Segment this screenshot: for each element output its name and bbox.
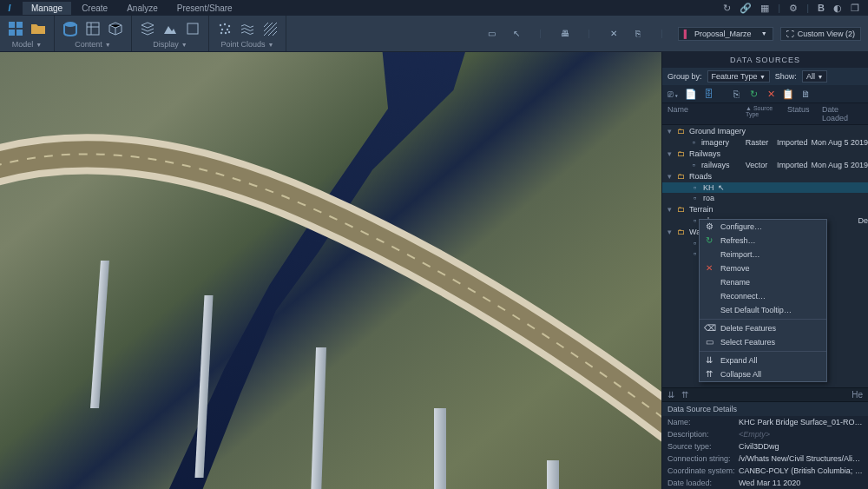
tree-group-ground[interactable]: ▾🗀Ground Imagery [662, 125, 868, 137]
titlebar-actions: ↻ 🔗 ▦ | ⚙ | B ◐ ❐ [723, 3, 865, 14]
ctx-collapse-all[interactable]: ⇈Collapse All [700, 367, 826, 381]
proposal-dropdown[interactable]: ▌ Proposal_Marze ▼ [678, 27, 773, 41]
file-icon[interactable]: 📄 [685, 88, 697, 100]
mountain-icon[interactable] [161, 20, 179, 37]
svg-rect-0 [9, 22, 15, 28]
tab-create[interactable]: Create [73, 2, 116, 15]
col-loaded[interactable]: Date Loaded [822, 105, 863, 122]
panel-title: DATA SOURCES [662, 52, 868, 68]
svg-rect-2 [9, 30, 15, 36]
ribbon-group-display: Display▼ [132, 16, 209, 51]
stack-icon[interactable]: ❐ [851, 3, 859, 14]
db-icon[interactable]: 🗄 [702, 88, 714, 100]
svg-point-9 [228, 25, 230, 27]
chevron-down-icon: ▼ [761, 30, 767, 36]
pylon [434, 408, 446, 489]
chevron-down-icon: ▼ [268, 42, 274, 48]
ctx-refresh[interactable]: ↻Refresh… [700, 234, 826, 248]
col-source[interactable]: Source Type [746, 105, 773, 117]
sync-icon[interactable]: ↻ [723, 3, 731, 14]
custom-view-button[interactable]: ⛶ Custom View (2) [780, 27, 861, 41]
ctx-remove[interactable]: ✕Remove [700, 261, 826, 275]
show-select[interactable]: All ▼ [802, 70, 827, 83]
tree-group-roads[interactable]: ▾🗀Roads [662, 170, 868, 182]
grid-icon[interactable]: ▦ [760, 3, 769, 14]
model-grid-icon[interactable] [7, 20, 24, 37]
doc-icon[interactable]: 📋 [782, 88, 794, 100]
link-icon[interactable]: 🔗 [740, 3, 752, 14]
tab-analyze[interactable]: Analyze [118, 2, 167, 15]
copy2-icon[interactable]: ⎘ [730, 88, 742, 100]
hatch-icon[interactable] [261, 20, 279, 37]
doc2-icon[interactable]: 🗎 [799, 88, 812, 100]
layers-icon[interactable] [139, 20, 156, 37]
ctx-rename[interactable]: Rename [700, 275, 826, 289]
col-status[interactable]: Status [787, 105, 822, 122]
refresh-icon: ↻ [704, 235, 714, 245]
tree-group-terrain[interactable]: ▾🗀Terrain [662, 203, 868, 215]
add-source-icon[interactable]: ⎚▾ [667, 88, 680, 100]
ribbon-label-display[interactable]: Display [153, 40, 179, 49]
file-icon: ▫ [690, 138, 698, 147]
ctx-tooltip[interactable]: Set Default Tooltip… [700, 303, 826, 317]
cloud-icon[interactable]: ◐ [833, 3, 842, 14]
cross-icon[interactable]: ✕ [605, 25, 622, 43]
panel-filter-row: Group by: Feature Type ▼ Show: All ▼ [662, 68, 868, 85]
chevron-down-icon: ▼ [36, 42, 42, 48]
tree-item-imagery[interactable]: ▫imageryRasterImportedMon Aug 5 2019 [662, 137, 868, 148]
col-name[interactable]: Name [667, 105, 746, 122]
help-link[interactable]: He [852, 390, 863, 400]
ctx-configure[interactable]: ⚙Configure… [700, 220, 826, 234]
bold-b-icon[interactable]: B [818, 3, 825, 13]
tab-manage[interactable]: Manage [23, 2, 71, 15]
ribbon-label-pointclouds[interactable]: Point Clouds [221, 40, 266, 49]
divider: | [806, 3, 809, 13]
file-icon: ▫ [690, 183, 700, 192]
custom-view-label: Custom View (2) [798, 30, 855, 38]
ctx-expand-all[interactable]: ⇊Expand All [700, 354, 826, 367]
ctx-reconnect[interactable]: Reconnect… [700, 289, 826, 303]
tree-item-selected[interactable]: ▫KH↖ [662, 182, 868, 193]
svg-point-11 [227, 29, 228, 30]
tree-group-railways[interactable]: ▾🗀Railways [662, 148, 868, 160]
gear-icon[interactable]: ⚙ [789, 3, 798, 14]
delete-icon[interactable]: ✕ [765, 88, 777, 100]
ribbon-group-model: Model▼ [0, 16, 55, 51]
style-icon[interactable] [84, 20, 102, 37]
details-coord-value: CANBC-POLY (British Columbia; Polyconic … [739, 466, 863, 475]
folder-icon[interactable] [30, 20, 47, 37]
panel-divider: ⇊ ⇈ He [662, 387, 868, 402]
groupby-select[interactable]: Feature Type ▼ [707, 70, 770, 83]
tree-item-roa[interactable]: ▫roa [662, 193, 868, 203]
flag-icon: ▌ [684, 30, 689, 38]
details-desc-value[interactable]: <Empty> [739, 430, 863, 439]
ribbon: Model▼ Content▼ Display▼ Poin [0, 16, 868, 52]
ctx-reimport[interactable]: Reimport… [700, 248, 826, 261]
tab-present-share[interactable]: Present/Share [168, 2, 241, 15]
tree-header: Name ▲ Source Type Status Date Loaded [662, 103, 868, 125]
tree-item-railways[interactable]: ▫railwaysVectorImportedMon Aug 5 2019 [662, 160, 868, 170]
collapse-all-icon: ⇈ [704, 369, 714, 379]
collapse-up-icon[interactable]: ⇈ [681, 390, 688, 400]
print-icon[interactable]: 🖶 [556, 25, 574, 43]
copy-icon[interactable]: ⎘ [629, 25, 647, 43]
monitor-icon[interactable]: ▭ [483, 25, 501, 43]
details-type-label: Source type: [667, 442, 735, 451]
pointcloud-icon[interactable] [216, 20, 233, 37]
ctx-delete-features[interactable]: ⌫Delete Features [700, 321, 826, 335]
ctx-select-features[interactable]: ▭Select Features [700, 335, 826, 349]
details-name-value: KHC Park Bridge Surface_01-ROADS [739, 418, 863, 426]
3d-viewport[interactable] [0, 52, 661, 489]
waves-icon[interactable] [239, 20, 256, 37]
display-box-icon[interactable] [184, 20, 201, 37]
ribbon-label-content[interactable]: Content [75, 40, 102, 49]
proposal-label: Proposal_Marze [694, 30, 756, 38]
refresh-icon[interactable]: ↻ [747, 88, 760, 100]
cube-icon[interactable] [107, 20, 124, 37]
ribbon-label-model[interactable]: Model [12, 40, 34, 49]
cursor-icon[interactable]: ↖ [508, 25, 525, 43]
expand-all-icon: ⇊ [704, 355, 714, 365]
database-icon[interactable] [62, 20, 79, 37]
details-date-label: Date loaded: [667, 479, 735, 487]
collapse-down-icon[interactable]: ⇊ [667, 390, 674, 400]
